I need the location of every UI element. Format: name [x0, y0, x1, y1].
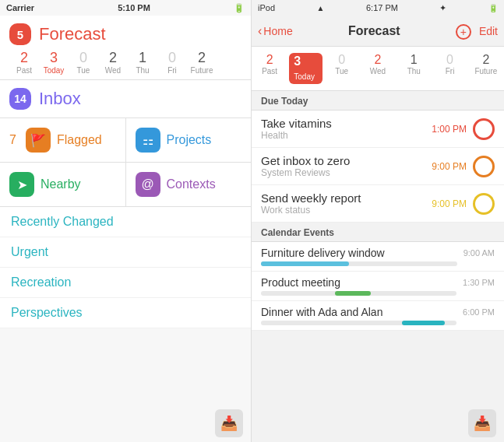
- count-num-fri: 0: [168, 50, 176, 66]
- day-label-past: Past: [262, 67, 277, 75]
- flagged-icon: 🚩: [26, 128, 51, 153]
- count-num-wed: 2: [109, 50, 117, 66]
- nav-bar: ‹ Home Forecast + Edit: [252, 16, 504, 47]
- day-future[interactable]: 2 Future: [468, 50, 504, 87]
- day-today-highlight: 3 Today: [289, 53, 322, 84]
- nearby-icon: ➤: [9, 172, 34, 197]
- task-name-vitamins: Take vitamins: [261, 117, 432, 130]
- task-name-report: Send weekly report: [261, 191, 432, 205]
- nav-actions: + Edit: [456, 23, 498, 40]
- right-battery: 🔋: [488, 4, 498, 12]
- task-right-vitamins: 1:00 PM: [432, 118, 495, 140]
- day-tue[interactable]: 0 Tue: [324, 50, 360, 87]
- count-num-past: 2: [20, 50, 28, 66]
- task-row-vitamins[interactable]: Take vitamins Health 1:00 PM: [252, 110, 504, 148]
- nearby-label: Nearby: [41, 177, 81, 191]
- cal-bar-product: [335, 291, 370, 296]
- inbox-icon-left: 📥: [220, 415, 238, 432]
- inbox-button-right[interactable]: 📥: [468, 409, 496, 437]
- task-row-inbox[interactable]: Get inbox to zero System Reviews 9:00 PM: [252, 148, 504, 185]
- inbox-icon-right: 📥: [474, 415, 491, 432]
- flagged-badge: 7: [9, 133, 16, 147]
- projects-icon: ⚏: [136, 128, 160, 153]
- contexts-label: Contexts: [167, 177, 216, 191]
- cal-name-furniture: Furniture delivery window: [261, 247, 457, 259]
- forecast-header: 5 Forecast: [9, 23, 241, 45]
- nav-back-button[interactable]: ‹ Home: [258, 24, 293, 38]
- forecast-counts: 2 Past 3 Today 0 Tue 2 Wed 1 Thu 0 Fri: [9, 50, 241, 75]
- list-item-perspectives[interactable]: Perspectives: [0, 298, 251, 328]
- nearby-cell[interactable]: ➤ Nearby: [0, 163, 126, 206]
- cal-bar-dinner: [402, 321, 445, 325]
- day-num-future: 2: [482, 53, 489, 67]
- add-circle-icon: +: [456, 24, 471, 40]
- carrier-text: Carrier: [6, 3, 34, 12]
- bluetooth-icon: ✦: [439, 3, 446, 13]
- list-item-label-recently: Recently Changed: [11, 215, 114, 228]
- day-num-past: 2: [266, 53, 273, 67]
- day-label-wed: Wed: [370, 67, 386, 75]
- nav-edit-button[interactable]: Edit: [479, 25, 498, 37]
- count-fri: 0 Fri: [157, 50, 187, 75]
- projects-cell[interactable]: ⚏ Projects: [126, 118, 252, 162]
- count-future: 2 Future: [187, 50, 217, 75]
- task-time-inbox: 9:00 PM: [432, 161, 467, 172]
- projects-label: Projects: [167, 133, 212, 147]
- cal-name-product: Product meeting: [261, 276, 456, 289]
- right-time: 6:17 PM: [366, 3, 398, 12]
- task-info-vitamins: Take vitamins Health: [261, 117, 432, 141]
- cal-row-furniture[interactable]: Furniture delivery window 9:00 AM: [252, 242, 504, 272]
- status-bar-right: iPod ▲ 6:17 PM ✦ 🔋: [252, 0, 504, 16]
- day-num-tue: 0: [338, 53, 345, 67]
- count-tue: 0 Tue: [69, 50, 98, 75]
- count-past: 2 Past: [9, 50, 39, 75]
- due-today-header: Due Today: [252, 91, 504, 110]
- cal-row-product[interactable]: Product meeting 1:30 PM: [252, 272, 504, 301]
- list-item-recreation[interactable]: Recreation: [0, 268, 251, 298]
- status-bar-left: Carrier 5:10 PM 🔋: [0, 0, 251, 16]
- list-section: Recently Changed Urgent Recreation Persp…: [0, 207, 251, 328]
- flagged-cell[interactable]: 7 🚩 Flagged: [0, 118, 126, 162]
- grid-row-2: ➤ Nearby @ Contexts: [0, 163, 251, 207]
- count-num-tue: 0: [79, 50, 87, 66]
- bottom-bar-right: 📥: [252, 405, 504, 442]
- cal-row-dinner[interactable]: Dinner with Ada and Alan 6:00 PM: [252, 301, 504, 331]
- cal-info-furniture: Furniture delivery window: [261, 247, 457, 266]
- day-wed[interactable]: 2 Wed: [360, 50, 396, 87]
- day-thu[interactable]: 1 Thu: [396, 50, 432, 87]
- list-item-urgent[interactable]: Urgent: [0, 237, 251, 268]
- day-picker: 2 Past 3 Today 0 Tue 2 Wed 1 Thu 0 Fri 2…: [252, 47, 504, 91]
- task-info-report: Send weekly report Work status: [261, 191, 432, 216]
- day-label-thu: Thu: [407, 67, 421, 75]
- forecast-item[interactable]: 5 Forecast 2 Past 3 Today 0 Tue 2 Wed 1 …: [0, 16, 251, 80]
- day-today[interactable]: 3 Today: [287, 50, 323, 87]
- inbox-title: Inbox: [39, 89, 81, 109]
- count-num-today: 3: [50, 50, 58, 66]
- cal-bar-container-product: [261, 291, 456, 296]
- cal-name-dinner: Dinner with Ada and Alan: [261, 306, 456, 318]
- inbox-badge: 14: [9, 88, 31, 110]
- cal-time-dinner: 6:00 PM: [463, 307, 495, 317]
- task-sub-report: Work status: [261, 205, 432, 216]
- count-label-wed: Wed: [105, 66, 121, 75]
- forecast-badge: 5: [9, 23, 31, 45]
- left-panel: Carrier 5:10 PM 🔋 5 Forecast 2 Past 3 To…: [0, 0, 252, 442]
- cal-bar-container-furniture: [261, 261, 457, 266]
- inbox-button-left[interactable]: 📥: [215, 409, 243, 437]
- day-fri[interactable]: 0 Fri: [432, 50, 467, 87]
- contexts-icon: @: [136, 172, 160, 197]
- task-row-report[interactable]: Send weekly report Work status 9:00 PM: [252, 185, 504, 223]
- cal-info-dinner: Dinner with Ada and Alan: [261, 306, 456, 325]
- day-label-fri: Fri: [446, 67, 455, 75]
- nav-add-button[interactable]: +: [456, 23, 471, 40]
- inbox-item[interactable]: 14 Inbox: [0, 80, 251, 118]
- left-battery: 🔋: [234, 3, 245, 13]
- day-past[interactable]: 2 Past: [252, 50, 287, 87]
- day-label-tue: Tue: [335, 67, 348, 75]
- task-time-report: 9:00 PM: [432, 198, 467, 209]
- task-circle-vitamins: [473, 118, 495, 140]
- day-label-today: Today: [294, 72, 315, 81]
- contexts-cell[interactable]: @ Contexts: [126, 163, 252, 206]
- count-today: 3 Today: [39, 50, 69, 75]
- list-item-recently-changed[interactable]: Recently Changed: [0, 207, 251, 237]
